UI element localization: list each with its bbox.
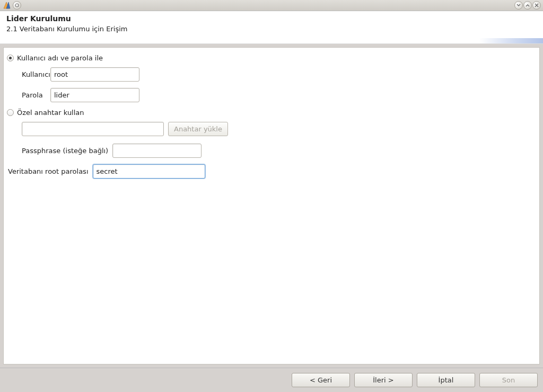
form-panel: Kullanıcı adı ve parola ile Kullanıcı Ad… xyxy=(3,47,540,364)
username-label: Kullanıcı Adı xyxy=(7,70,46,78)
passphrase-label: Passphrase (isteğe bağlı) xyxy=(7,147,108,155)
root-password-label: Veritabanı root parolası xyxy=(7,167,89,175)
load-key-button[interactable]: Anahtar yükle xyxy=(168,122,228,136)
cancel-button[interactable]: İptal xyxy=(417,373,475,387)
titlebar-button-left[interactable] xyxy=(13,1,21,10)
radio-privatekey-label: Özel anahtar kullan xyxy=(17,109,84,117)
radio-privatekey-indicator xyxy=(7,109,14,116)
svg-point-2 xyxy=(15,4,19,7)
titlebar-right xyxy=(514,1,541,10)
close-button[interactable] xyxy=(532,1,541,10)
radio-userpass-label: Kullanıcı adı ve parola ile xyxy=(17,54,103,62)
radio-privatekey[interactable]: Özel anahtar kullan xyxy=(7,109,536,117)
password-label: Parola xyxy=(7,91,46,99)
minimize-button[interactable] xyxy=(514,1,523,10)
root-password-input[interactable] xyxy=(93,164,205,179)
radio-userpass-indicator xyxy=(7,55,14,61)
password-row: Parola xyxy=(7,88,536,102)
main-area: Kullanıcı adı ve parola ile Kullanıcı Ad… xyxy=(0,44,543,368)
page-title: Lider Kurulumu xyxy=(6,14,537,23)
username-input[interactable] xyxy=(50,67,139,82)
keyfile-row: Anahtar yükle xyxy=(7,122,536,136)
page-subtitle: 2.1 Veritabanı Kurulumu için Erişim xyxy=(6,25,537,33)
passphrase-input[interactable] xyxy=(112,144,202,158)
wizard-footer: < Geri İleri > İptal Son xyxy=(0,368,543,392)
root-password-row: Veritabanı root parolası xyxy=(7,164,536,179)
maximize-button[interactable] xyxy=(523,1,532,10)
app-icon xyxy=(2,1,11,10)
wizard-header: Lider Kurulumu 2.1 Veritabanı Kurulumu i… xyxy=(0,11,543,44)
passphrase-row: Passphrase (isteğe bağlı) xyxy=(7,144,536,158)
password-input[interactable] xyxy=(50,88,139,102)
next-button[interactable]: İleri > xyxy=(354,373,413,387)
back-button[interactable]: < Geri xyxy=(292,373,350,387)
window-titlebar xyxy=(0,0,543,11)
radio-userpass[interactable]: Kullanıcı adı ve parola ile xyxy=(7,54,536,62)
finish-button[interactable]: Son xyxy=(479,373,538,387)
titlebar-left xyxy=(2,1,21,10)
username-row: Kullanıcı Adı xyxy=(7,67,536,82)
keyfile-input[interactable] xyxy=(22,122,164,136)
